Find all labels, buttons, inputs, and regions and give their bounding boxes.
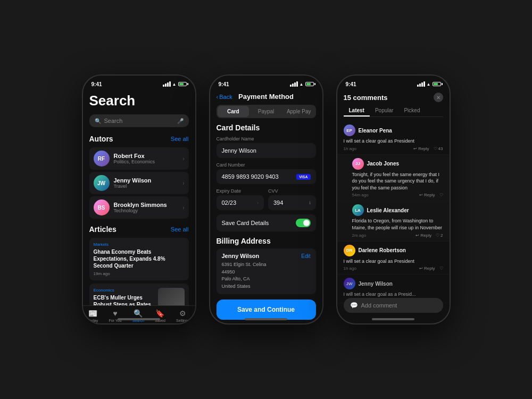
expiry-field[interactable]: 02/23 › <box>217 195 264 210</box>
battery-icon <box>433 82 441 86</box>
chevron-left-icon: ‹ <box>217 94 219 100</box>
tab-card[interactable]: Card <box>218 106 250 117</box>
comment-item: JJ Jacob Jones Tonight, if you feel the … <box>337 155 450 202</box>
back-button[interactable]: ‹ Back <box>217 94 232 100</box>
tab-paypal[interactable]: Paypal <box>250 106 282 117</box>
card-number-value: 4859 9893 9020 9403 <box>222 173 279 180</box>
status-icons: ▲ <box>290 81 314 87</box>
close-button[interactable]: ✕ <box>434 93 443 102</box>
heart-icon: ♥ <box>113 309 117 318</box>
like-button[interactable]: ♡ <box>439 193 443 197</box>
author-tags: Technology <box>114 208 179 213</box>
chevron-right-icon: › <box>182 156 184 162</box>
signal-icon <box>163 81 171 87</box>
author-item[interactable]: RF Robert Fox Politics, Economics › <box>89 147 189 170</box>
avatar: BS <box>94 200 110 215</box>
save-label: Save Card Details <box>222 220 269 226</box>
reply-button[interactable]: ↩ Reply <box>415 233 431 238</box>
today-icon: 📰 <box>88 309 97 318</box>
page-title: Payment Method <box>238 93 294 101</box>
phone-notch <box>372 76 414 87</box>
cardholder-field[interactable]: Jenny Wilson <box>217 143 316 158</box>
avatar: JJ <box>352 158 364 170</box>
cvv-label: CVV <box>268 188 316 194</box>
phone-notch <box>245 76 287 87</box>
avatar: JW <box>344 278 355 289</box>
comments-header: 15 comments ✕ <box>337 90 450 105</box>
cvv-value: 394 <box>273 200 283 206</box>
reply-button[interactable]: ↩ Reply <box>413 146 429 151</box>
add-comment-bar[interactable]: 💬 Add comment <box>344 298 443 313</box>
payment-method-tabs: Card Paypal Apple Pay <box>217 105 316 118</box>
phone-notch <box>118 76 160 87</box>
phone3-content: 15 comments ✕ Latest Popular Picked EP E… <box>337 90 450 323</box>
cvv-field[interactable]: 394 ℹ <box>268 195 316 210</box>
status-time: 9:41 <box>219 81 229 87</box>
add-comment-input[interactable]: Add comment <box>361 302 397 309</box>
billing-title: Billing Address <box>210 237 322 245</box>
article-tag: Markets <box>94 242 185 247</box>
chevron-right-icon: › <box>182 180 184 186</box>
search-input[interactable]: Search <box>104 118 174 124</box>
tab-applepay[interactable]: Apple Pay <box>283 106 315 117</box>
phone2-content: ‹ Back Payment Method Card Paypal Apple … <box>210 90 322 323</box>
settings-icon: ⚙ <box>179 309 186 318</box>
reply-button[interactable]: ↩ Reply <box>419 266 435 271</box>
wifi-icon: ▲ <box>300 82 304 87</box>
article-card[interactable]: Economics ECB's Muller Urges Robust Step… <box>89 284 189 305</box>
article-card[interactable]: Markets Ghana Economy Beats Expectations… <box>89 238 189 280</box>
tab-saved[interactable]: 🔖 Saved <box>155 309 165 322</box>
expiry-value: 02/23 <box>222 200 237 206</box>
tab-today[interactable]: 📰 Today <box>88 309 98 322</box>
chevron-right-icon: › <box>257 201 259 205</box>
search-icon: 🔍 <box>95 118 101 124</box>
add-comment-icon: 💬 <box>350 302 358 309</box>
expiry-label: Expiry Date <box>217 188 264 194</box>
comments-tabs: Latest Popular Picked <box>344 105 443 117</box>
save-continue-button[interactable]: Save and Continue <box>217 300 316 320</box>
phone-search: 9:41 ▲ Search 🔍 Search <box>82 74 196 325</box>
like-button[interactable]: ♡ 43 <box>434 146 443 151</box>
tab-label: Today <box>88 319 98 322</box>
like-button[interactable]: ♡ <box>439 266 443 271</box>
info-icon: ℹ <box>309 201 311 205</box>
avatar: JW <box>94 175 110 191</box>
tab-settings[interactable]: ⚙ Settings <box>176 309 189 322</box>
status-time: 9:41 <box>92 81 102 87</box>
tab-popular[interactable]: Popular <box>370 105 398 117</box>
autors-see-all[interactable]: See all <box>171 136 189 142</box>
tab-for-you[interactable]: ♥ For You <box>109 309 121 322</box>
tab-search[interactable]: 🔍 Search <box>132 309 144 322</box>
signal-icon <box>290 81 298 87</box>
search-icon: 🔍 <box>134 309 143 318</box>
article-title: Ghana Economy Beats Expectations, Expand… <box>94 248 185 269</box>
save-toggle[interactable] <box>296 219 311 227</box>
search-bar[interactable]: 🔍 Search 🎤 <box>89 114 189 127</box>
visa-badge: VISA <box>296 174 310 180</box>
tab-picked[interactable]: Picked <box>398 105 425 117</box>
author-item[interactable]: JW Jenny Wilson Travel › <box>89 172 189 194</box>
status-icons: ▲ <box>163 81 187 87</box>
tab-latest[interactable]: Latest <box>344 105 370 117</box>
expiry-cvv-row: Expiry Date 02/23 › CVV 394 ℹ <box>210 188 322 210</box>
comment-time: 2m ago <box>352 233 367 238</box>
article-thumbnail <box>158 288 185 305</box>
card-number-field[interactable]: 4859 9893 9020 9403 VISA <box>217 169 316 184</box>
home-indicator <box>118 318 160 320</box>
save-card-row: Save Card Details <box>217 214 316 231</box>
comment-text: Tonight, if you feel the same energy tha… <box>352 171 443 192</box>
payment-nav: ‹ Back Payment Method <box>210 90 322 105</box>
comment-time: 1h ago <box>344 266 356 271</box>
phone1-content: Search 🔍 Search 🎤 Autors See all RF Robe… <box>83 90 195 305</box>
edit-button[interactable]: Edit <box>301 253 310 259</box>
comment-item: EP Eleanor Pena I will set a clear goal … <box>337 121 450 155</box>
card-details-title: Card Details <box>210 123 322 132</box>
comment-username: Jenny Wilson <box>359 281 393 287</box>
reply-button[interactable]: ↩ Reply <box>419 193 435 197</box>
avatar: EP <box>344 124 355 136</box>
like-button[interactable]: ♡ 2 <box>436 233 443 238</box>
card-number-label: Card Number <box>210 162 322 168</box>
author-item[interactable]: BS Brooklyn Simmons Technology › <box>89 196 189 219</box>
billing-card: Jenny Wilson Edit 6391 Elgin St. Celina4… <box>217 248 316 294</box>
articles-see-all[interactable]: See all <box>171 226 189 232</box>
